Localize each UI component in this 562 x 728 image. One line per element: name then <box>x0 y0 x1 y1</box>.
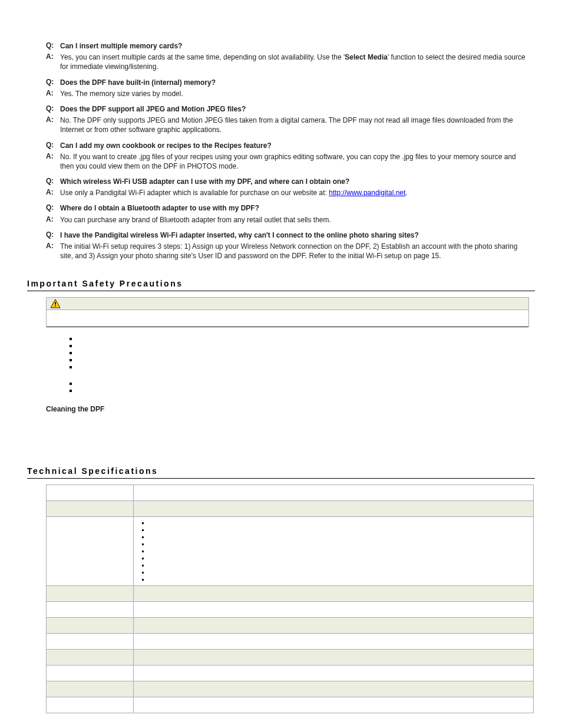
table-row <box>47 666 534 681</box>
table-row <box>47 485 534 501</box>
list-item <box>70 363 535 370</box>
svg-rect-1 <box>55 302 56 305</box>
table-row <box>47 517 534 586</box>
spec-table <box>46 485 534 713</box>
faq-question-row: Q:Can I insert multiple memory cards? <box>46 41 534 52</box>
table-row <box>47 697 534 713</box>
faq-question-row: Q:Which wireless Wi-Fi USB adapter can I… <box>46 177 534 188</box>
list-item <box>142 576 528 583</box>
table-row <box>47 618 534 634</box>
faq-question-row: Q:Does the DPF support all JPEG and Moti… <box>46 104 534 116</box>
faq-question-row: Q:Can I add my own cookbook or recipes t… <box>46 141 534 152</box>
list-item <box>142 562 528 569</box>
table-row <box>47 602 534 618</box>
section-rule <box>27 291 535 291</box>
question-text: Where do I obtain a Bluetooth adapter to… <box>60 203 534 215</box>
list-item <box>142 526 528 533</box>
q-label: Q: <box>46 104 60 116</box>
document-page: Q:Can I insert multiple memory cards?A:Y… <box>0 0 562 728</box>
table-row <box>47 681 534 697</box>
caution-body <box>47 310 528 327</box>
faq-question-row: Q:I have the Pandigital wireless Wi-Fi a… <box>46 230 534 242</box>
caution-header <box>47 298 528 310</box>
answer-text: You can purchase any brand of Bluetooth … <box>60 215 534 226</box>
a-label: A: <box>46 116 60 136</box>
section-heading-tech: Technical Specifications <box>27 466 535 476</box>
a-label: A: <box>46 188 60 199</box>
subheading-cleaning: Cleaning the DPF <box>46 405 535 413</box>
list-item <box>70 334 535 341</box>
list-item <box>70 341 535 348</box>
table-row <box>47 634 534 650</box>
a-label: A: <box>46 242 60 262</box>
safety-list-2 <box>70 379 535 393</box>
table-row <box>47 586 534 602</box>
faq-answer-row: A:Yes. The memory size varies by model. <box>46 89 534 100</box>
list-item <box>142 555 528 562</box>
answer-text: Yes, you can insert multiple cards at th… <box>60 52 534 73</box>
list-item <box>70 379 535 386</box>
safety-list-1 <box>70 334 535 370</box>
list-item <box>142 569 528 576</box>
a-label: A: <box>46 152 60 173</box>
a-label: A: <box>46 52 60 73</box>
answer-text: No. If you want to create .jpg files of … <box>60 152 534 173</box>
question-text: I have the Pandigital wireless Wi-Fi ada… <box>60 230 534 242</box>
section-rule <box>27 478 535 479</box>
q-label: Q: <box>46 141 60 152</box>
answer-text: Use only a Pandigital Wi-Fi adapter whic… <box>60 188 534 199</box>
list-item <box>142 519 528 526</box>
faq-answer-row: A:No. The DPF only supports JPEG and Mot… <box>46 116 534 136</box>
list-item <box>70 386 535 393</box>
a-label: A: <box>46 215 60 226</box>
q-label: Q: <box>46 230 60 242</box>
question-text: Does the DPF have built-in (internal) me… <box>60 78 534 89</box>
list-item <box>142 548 528 555</box>
caution-box <box>46 297 529 327</box>
answer-text: The initial Wi-Fi setup requires 3 steps… <box>60 242 534 262</box>
a-label: A: <box>46 89 60 100</box>
pandigital-link[interactable]: http://www.pandigital.net <box>329 189 405 197</box>
q-label: Q: <box>46 177 60 188</box>
question-text: Can I insert multiple memory cards? <box>60 41 534 52</box>
faq-question-row: Q:Where do I obtain a Bluetooth adapter … <box>46 203 534 215</box>
warning-icon <box>50 299 61 308</box>
q-label: Q: <box>46 203 60 215</box>
spec-feature-list <box>138 519 528 583</box>
faq-answer-row: A:Yes, you can insert multiple cards at … <box>46 52 534 73</box>
faq-answer-row: A:Use only a Pandigital Wi-Fi adapter wh… <box>46 188 534 199</box>
table-row <box>47 501 534 517</box>
section-heading-safety: Important Safety Precautions <box>27 279 535 288</box>
faq-question-row: Q:Does the DPF have built-in (internal) … <box>46 78 534 89</box>
q-label: Q: <box>46 41 60 52</box>
faq-table: Q:Can I insert multiple memory cards?A:Y… <box>46 41 534 262</box>
list-item <box>70 348 535 355</box>
question-text: Which wireless Wi-Fi USB adapter can I u… <box>60 177 534 188</box>
list-item <box>142 533 528 541</box>
question-text: Can I add my own cookbook or recipes to … <box>60 141 534 152</box>
question-text: Does the DPF support all JPEG and Motion… <box>60 104 534 116</box>
select-media-emphasis: Select Media <box>345 53 388 61</box>
answer-text: Yes. The memory size varies by model. <box>60 89 534 100</box>
faq-answer-row: A:You can purchase any brand of Bluetoot… <box>46 215 534 226</box>
svg-rect-2 <box>55 305 56 307</box>
table-row <box>47 650 534 666</box>
q-label: Q: <box>46 78 60 89</box>
list-item <box>70 355 535 363</box>
faq-answer-row: A:The initial Wi-Fi setup requires 3 ste… <box>46 242 534 262</box>
answer-text: No. The DPF only supports JPEG and Motio… <box>60 116 534 136</box>
faq-answer-row: A:No. If you want to create .jpg files o… <box>46 152 534 173</box>
list-item <box>142 541 528 548</box>
